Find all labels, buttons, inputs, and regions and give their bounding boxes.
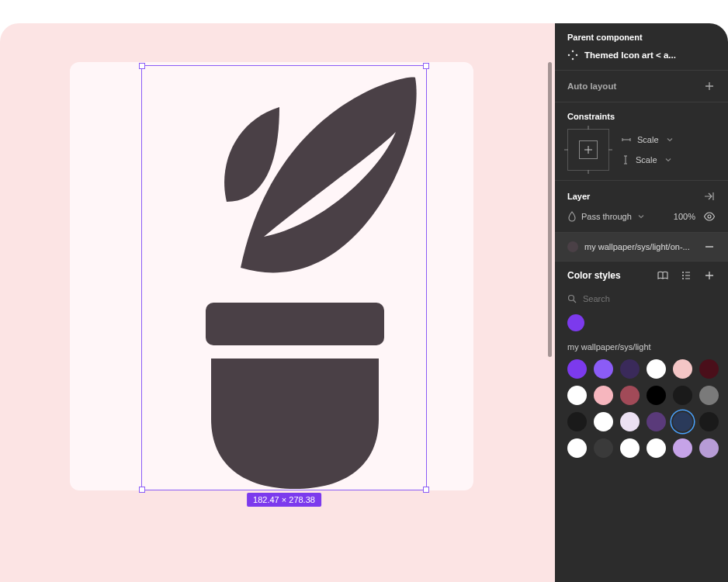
vertical-icon (622, 155, 629, 165)
svg-point-9 (569, 296, 574, 301)
color-swatch[interactable] (620, 412, 640, 431)
color-swatch[interactable] (673, 412, 692, 431)
fill-swatch-icon (567, 241, 578, 252)
chevron-down-icon (667, 137, 673, 143)
color-search-input[interactable] (583, 294, 716, 303)
constraints-grid[interactable] (567, 129, 609, 171)
chevron-down-icon (638, 213, 644, 220)
preview-swatch[interactable] (567, 314, 584, 331)
color-swatch[interactable] (594, 359, 613, 379)
color-swatch[interactable] (647, 438, 666, 458)
color-swatch[interactable] (620, 386, 640, 405)
visibility-toggle[interactable] (703, 210, 716, 223)
svg-rect-3 (568, 54, 570, 57)
chevron-down-icon (665, 157, 671, 163)
selection-handle-tl[interactable] (139, 63, 145, 69)
layer-advanced-button[interactable] (703, 190, 716, 203)
constraints-section: Constraints Scale Scale (555, 102, 728, 181)
color-swatch[interactable] (620, 359, 640, 379)
svg-rect-2 (572, 58, 574, 61)
svg-rect-1 (572, 50, 574, 53)
color-swatch[interactable] (567, 386, 587, 405)
component-link[interactable]: Themed Icon art < a... (567, 50, 716, 61)
search-icon (567, 294, 577, 303)
color-styles-panel: Color styles (555, 261, 728, 470)
color-swatch[interactable] (647, 359, 666, 379)
horizontal-icon (622, 136, 631, 144)
color-swatch[interactable] (673, 386, 692, 405)
swatch-group-label: my wallpaper/sys/light (555, 336, 728, 356)
layer-section: Layer Pass through 100% (555, 181, 728, 233)
constraints-header: Constraints (567, 112, 716, 121)
blend-mode-value: Pass through (581, 212, 632, 221)
blend-mode-dropdown[interactable]: Pass through (567, 211, 644, 222)
detach-style-button[interactable] (703, 241, 716, 253)
color-swatch[interactable] (620, 438, 640, 458)
add-style-button[interactable] (703, 269, 716, 282)
svg-point-6 (682, 272, 684, 273)
library-icon[interactable] (657, 269, 669, 282)
selection-dimensions-badge: 182.47 × 278.38 (247, 493, 321, 507)
color-swatch[interactable] (673, 438, 692, 458)
droplet-icon (567, 211, 577, 222)
selection-handle-tr[interactable] (423, 63, 429, 69)
parent-component-header: Parent component (567, 33, 716, 42)
component-icon (567, 50, 578, 61)
parent-component-section: Parent component Themed Icon art < a... (555, 23, 728, 71)
color-swatch[interactable] (699, 438, 719, 458)
preview-swatch-row (555, 311, 728, 336)
color-swatch[interactable] (594, 412, 613, 431)
color-swatch[interactable] (594, 386, 613, 405)
auto-layout-section: Auto layout (555, 71, 728, 102)
horizontal-constraint-value: Scale (637, 135, 659, 144)
canvas-scrollbar[interactable] (548, 62, 552, 357)
color-swatch[interactable] (567, 438, 587, 458)
color-swatch[interactable] (699, 386, 719, 405)
auto-layout-label: Auto layout (567, 81, 616, 91)
opacity-value[interactable]: 100% (674, 212, 695, 221)
fill-style-row[interactable]: my wallpaper/sys/light/on-... (555, 233, 728, 261)
color-swatch[interactable] (647, 412, 666, 431)
inspector-sidebar: Parent component Themed Icon art < a... … (555, 23, 728, 582)
swatches-grid (555, 356, 728, 470)
svg-point-7 (682, 275, 684, 276)
color-swatch[interactable] (594, 438, 613, 458)
artboard[interactable]: 182.47 × 278.38 (70, 62, 473, 490)
selection-handle-bl[interactable] (139, 487, 145, 493)
selection-handle-br[interactable] (423, 487, 429, 493)
color-search-row (555, 289, 728, 311)
selection-box[interactable]: 182.47 × 278.38 (141, 65, 427, 490)
vertical-constraint-value: Scale (636, 155, 657, 165)
add-auto-layout-button[interactable] (703, 80, 716, 92)
color-swatch[interactable] (567, 359, 587, 379)
svg-point-5 (708, 215, 711, 218)
app-root: 182.47 × 278.38 Parent component Themed … (0, 23, 728, 582)
fill-style-name: my wallpaper/sys/light/on-... (584, 242, 690, 251)
color-styles-header: Color styles (567, 270, 621, 281)
color-swatch[interactable] (673, 359, 692, 379)
layer-header: Layer (567, 192, 590, 201)
color-swatch[interactable] (699, 359, 719, 379)
list-view-icon[interactable] (680, 269, 692, 282)
component-name: Themed Icon art < a... (584, 50, 676, 60)
svg-rect-4 (576, 54, 578, 57)
vertical-constraint-dropdown[interactable]: Scale (622, 155, 673, 165)
color-swatch[interactable] (647, 386, 666, 405)
eye-icon (703, 212, 716, 221)
color-swatch[interactable] (567, 412, 587, 431)
canvas-area[interactable]: 182.47 × 278.38 (0, 23, 555, 582)
svg-point-8 (682, 278, 684, 279)
color-swatch[interactable] (699, 412, 719, 431)
horizontal-constraint-dropdown[interactable]: Scale (622, 135, 673, 144)
